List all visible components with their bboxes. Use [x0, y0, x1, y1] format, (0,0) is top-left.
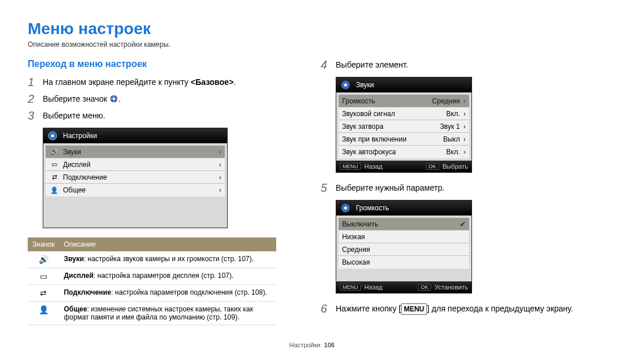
table-row: ▭Дисплей: настройка параметров дисплея (…	[28, 268, 276, 285]
chevron-right-icon: ›	[463, 148, 466, 156]
table-header-desc: Описание	[59, 237, 276, 251]
chevron-right-icon: ›	[219, 186, 221, 194]
menu-row-label: Звуковой сигнал	[342, 110, 446, 118]
chevron-right-icon: ›	[219, 161, 221, 169]
step-5: 5 Выберите нужный параметр.	[321, 182, 596, 194]
step-text: Выберите элемент.	[336, 59, 408, 71]
gear-icon	[47, 130, 58, 142]
step-2: 2 Выберите значок .	[28, 93, 303, 105]
menu-row-value: Вкл.	[446, 110, 460, 118]
chevron-right-icon: ›	[219, 148, 221, 156]
chevron-right-icon: ›	[463, 110, 466, 118]
ok-button-label: OK	[418, 284, 431, 291]
step-text: Нажмите кнопку [	[336, 304, 401, 313]
table-desc: Звуки: настройка звуков камеры и их гром…	[59, 251, 276, 268]
menu-row[interactable]: ⇄Подключение›	[46, 171, 225, 184]
footer-back: Назад	[365, 163, 383, 170]
step-text: ] для перехода к предыдущему экрану.	[427, 304, 573, 313]
display-icon: ▭	[40, 272, 47, 281]
menu-row-label: Высокая	[342, 258, 466, 266]
menu-row[interactable]: Выключить✔	[339, 218, 469, 231]
menu-row-value: Вкл.	[446, 148, 460, 156]
icon-description-table: Значок Описание 🔊Звуки: настройка звуков…	[28, 237, 276, 325]
menu-row[interactable]: ГромкостьСредняя›	[339, 95, 469, 107]
table-header-icon: Значок	[28, 237, 59, 251]
sound-icon: 🔊	[49, 148, 60, 155]
step-1: 1 На главном экране перейдите к пункту <…	[28, 76, 303, 88]
gear-icon	[340, 202, 351, 214]
menu-row[interactable]: ▭Дисплей›	[46, 158, 225, 171]
sound-icon: 🔊	[39, 255, 49, 264]
svg-point-7	[51, 135, 54, 138]
sounds-panel: Звуки ГромкостьСредняя›Звуковой сигналВк…	[336, 77, 472, 173]
menu-row-label: Громкость	[342, 97, 432, 105]
menu-row-label: Звук затвора	[342, 122, 440, 131]
menu-row[interactable]: Высокая	[339, 256, 469, 269]
check-icon: ✔	[460, 220, 466, 228]
table-desc: Дисплей: настройка параметров дисплея (с…	[59, 268, 276, 285]
page-title: Меню настроек	[28, 20, 596, 38]
step-number: 2	[28, 93, 37, 105]
menu-row[interactable]: Низкая	[339, 231, 469, 243]
table-desc: Подключение: настройка параметров подклю…	[59, 285, 276, 302]
page-subtitle: Описание возможностей настройки камеры.	[28, 40, 596, 49]
step-text: Выберите меню.	[43, 110, 105, 122]
footer-ok: Выбрать	[443, 163, 468, 170]
menu-key-label: MENU	[401, 303, 427, 315]
menu-row[interactable]: Звук затвораЗвук 1›	[339, 120, 469, 133]
menu-row[interactable]: Звук при включенииВыкл›	[339, 133, 469, 146]
chevron-right-icon: ›	[463, 122, 466, 131]
gear-icon	[340, 79, 351, 91]
step-number: 6	[321, 303, 330, 314]
menu-row-value: Средняя	[432, 97, 460, 105]
menu-row-value: Звук 1	[440, 122, 460, 131]
settings-panel-menu: Настройки 🔊Звуки›▭Дисплей›⇄Подключение›👤…	[43, 128, 228, 228]
menu-row-label: Звук автофокуса	[342, 148, 446, 156]
step-4: 4 Выберите элемент.	[321, 59, 596, 71]
step-text: Выберите значок	[43, 94, 109, 103]
step-number: 5	[321, 182, 330, 194]
step-text: На главном экране перейдите к пункту	[43, 77, 191, 87]
menu-row-label: Низкая	[342, 233, 466, 241]
svg-point-1	[113, 98, 116, 101]
menu-row[interactable]: 🔊Звуки›	[46, 146, 225, 158]
display-icon: ▭	[49, 161, 60, 168]
page-footer: Настройки 106	[28, 341, 596, 348]
table-row: 🔊Звуки: настройка звуков камеры и их гро…	[28, 251, 276, 268]
general-icon: 👤	[39, 305, 49, 314]
menu-row-label: Дисплей	[63, 161, 219, 169]
step-bold: <Базовое>	[191, 77, 233, 87]
svg-point-11	[344, 207, 347, 210]
table-row: ⇄Подключение: настройка параметров подкл…	[28, 285, 276, 302]
panel-header: Звуки	[356, 81, 374, 89]
ok-button-label: OK	[426, 163, 439, 170]
step-number: 4	[321, 59, 330, 70]
step-text: Выберите нужный параметр.	[336, 182, 444, 194]
menu-row[interactable]: Звук автофокусаВкл.›	[339, 146, 469, 158]
panel-header: Настройки	[63, 132, 97, 140]
table-desc: Общее: изменение системных настроек каме…	[59, 302, 276, 325]
chevron-right-icon: ›	[219, 173, 221, 181]
menu-row[interactable]: 👤Общее›	[46, 184, 225, 196]
chevron-right-icon: ›	[463, 135, 466, 143]
step-number: 1	[28, 76, 37, 88]
menu-button-label: MENU	[340, 163, 361, 170]
section-heading: Переход в меню настроек	[28, 59, 303, 69]
footer-ok: Установить	[434, 284, 468, 291]
menu-row[interactable]: Средняя	[339, 243, 469, 256]
menu-row-value: Выкл	[443, 135, 460, 143]
connect-icon: ⇄	[40, 288, 47, 298]
menu-row-label: Подключение	[63, 173, 219, 181]
connect-icon: ⇄	[49, 173, 60, 181]
menu-row-label: Общее	[63, 186, 219, 194]
gear-icon	[109, 94, 118, 103]
panel-header: Громкость	[356, 204, 389, 212]
step-3: 3 Выберите меню.	[28, 110, 303, 122]
table-row: 👤Общее: изменение системных настроек кам…	[28, 302, 276, 325]
volume-panel: Громкость Выключить✔НизкаяСредняяВысокая…	[336, 200, 472, 294]
menu-row-label: Звуки	[63, 148, 219, 156]
menu-row-label: Средняя	[342, 246, 466, 254]
general-icon: 👤	[49, 187, 60, 194]
menu-row-label: Звук при включении	[342, 135, 443, 143]
menu-row[interactable]: Звуковой сигналВкл.›	[339, 107, 469, 120]
